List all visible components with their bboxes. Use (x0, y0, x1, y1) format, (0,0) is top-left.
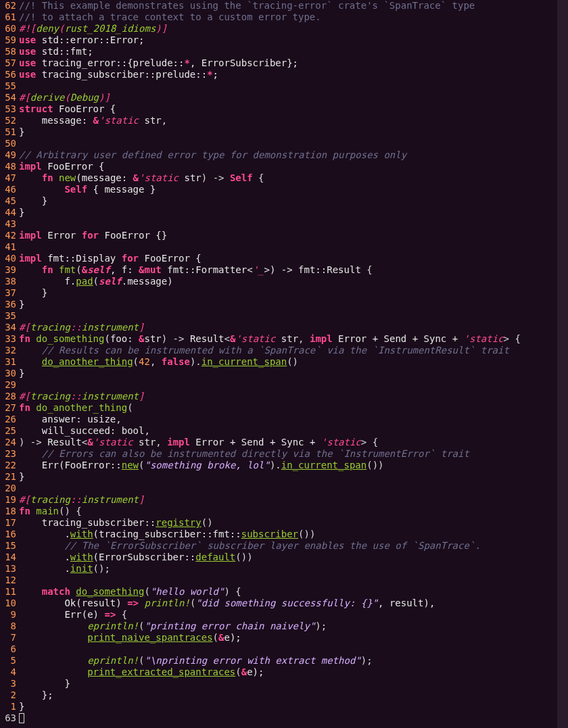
code-line: print_naive_spantraces(&e); (19, 632, 557, 644)
line-number: 8 (0, 621, 16, 632)
code-line (19, 483, 557, 494)
code-line: // Results can be instrumented with a `S… (19, 345, 557, 356)
code-line (19, 575, 557, 586)
line-number: 54 (0, 92, 16, 103)
line-number: 43 (0, 218, 16, 230)
code-line: // Arbitrary user defined error type for… (19, 149, 557, 161)
line-number: 44 (0, 207, 16, 218)
code-line: impl FooError { (19, 161, 557, 172)
line-number: 37 (0, 287, 16, 299)
line-number: 22 (0, 460, 16, 471)
code-line: fn main() { (19, 506, 557, 517)
code-line: .with(tracing_subscriber::fmt::subscribe… (19, 529, 557, 540)
line-number: 51 (0, 126, 16, 138)
code-line: Self { message } (19, 184, 557, 195)
code-line: fn fmt(&self, f: &mut fmt::Formatter<'_>… (19, 264, 557, 276)
code-line: do_another_thing(42, false).in_current_s… (19, 356, 557, 368)
code-line (19, 644, 557, 655)
line-number: 25 (0, 425, 16, 437)
line-number: 46 (0, 184, 16, 195)
line-number: 17 (0, 517, 16, 529)
code-line: #[tracing::instrument] (19, 322, 557, 333)
line-number: 9 (0, 609, 16, 621)
code-line (19, 138, 557, 149)
line-number: 18 (0, 506, 16, 517)
code-line: message: &'static str, (19, 115, 557, 126)
line-number: 14 (0, 552, 16, 563)
line-number: 30 (0, 368, 16, 379)
code-line (19, 80, 557, 92)
line-number: 60 (0, 23, 16, 34)
line-number: 26 (0, 414, 16, 425)
code-line: #[tracing::instrument] (19, 391, 557, 402)
code-line: } (19, 678, 557, 689)
line-number: 62 (0, 0, 16, 11)
scrollbar[interactable] (557, 0, 568, 728)
current-line-number: 63 (0, 712, 16, 724)
line-number: 53 (0, 103, 16, 115)
code-line: } (19, 701, 557, 712)
line-number: 1 (0, 701, 16, 712)
line-number: 16 (0, 529, 16, 540)
line-number: 55 (0, 80, 16, 92)
line-number: 36 (0, 299, 16, 310)
code-line: } (19, 471, 557, 483)
line-number: 49 (0, 149, 16, 161)
line-number: 20 (0, 483, 16, 494)
line-number: 19 (0, 494, 16, 506)
line-number: 40 (0, 253, 16, 264)
line-number: 5 (0, 655, 16, 666)
line-number: 29 (0, 379, 16, 391)
line-number: 32 (0, 345, 16, 356)
line-number: 56 (0, 69, 16, 80)
line-number: 7 (0, 632, 16, 644)
code-line: } (19, 368, 557, 379)
line-number: 10 (0, 598, 16, 609)
code-line: fn do_something(foo: &str) -> Result<&'s… (19, 333, 557, 345)
line-number: 38 (0, 276, 16, 287)
code-line: fn do_another_thing( (19, 402, 557, 414)
code-line: use std::fmt; (19, 46, 557, 57)
code-line: }; (19, 689, 557, 701)
cursor (19, 713, 24, 723)
code-line: eprintln!("printing error chain naively"… (19, 621, 557, 632)
code-line: // The `ErrorSubscriber` subscriber laye… (19, 540, 557, 552)
line-number: 45 (0, 195, 16, 207)
line-number: 50 (0, 138, 16, 149)
code-line: } (19, 299, 557, 310)
line-number: 27 (0, 402, 16, 414)
line-number: 34 (0, 322, 16, 333)
line-number: 48 (0, 161, 16, 172)
code-line: answer: usize, (19, 414, 557, 425)
code-line: //! to attach a trace context to a custo… (19, 11, 557, 23)
code-line: match do_something("hello world") { (19, 586, 557, 598)
line-number: 13 (0, 563, 16, 575)
code-line: Ok(result) => println!("did something su… (19, 598, 557, 609)
code-line: #![deny(rust_2018_idioms)] (19, 23, 557, 34)
code-line: tracing_subscriber::registry() (19, 517, 557, 529)
code-line: use tracing_subscriber::prelude::*; (19, 69, 557, 80)
code-line: impl Error for FooError {} (19, 230, 557, 241)
line-number: 42 (0, 230, 16, 241)
code-line: // Errors can also be instrumented direc… (19, 448, 557, 460)
line-number: 33 (0, 333, 16, 345)
line-number: 59 (0, 34, 16, 46)
line-number: 3 (0, 678, 16, 689)
code-line: f.pad(self.message) (19, 276, 557, 287)
code-line: .with(ErrorSubscriber::default()) (19, 552, 557, 563)
code-line: use std::error::Error; (19, 34, 557, 46)
line-number: 24 (0, 437, 16, 448)
code-line (19, 310, 557, 322)
line-number: 47 (0, 172, 16, 184)
cursor-line (19, 712, 557, 724)
code-line: struct FooError { (19, 103, 557, 115)
code-area[interactable]: //! This example demonstrates using the … (19, 0, 557, 728)
line-number: 39 (0, 264, 16, 276)
line-number: 41 (0, 241, 16, 253)
code-line: fn new(message: &'static str) -> Self { (19, 172, 557, 184)
code-line (19, 218, 557, 230)
code-line: #[derive(Debug)] (19, 92, 557, 103)
code-line: will_succeed: bool, (19, 425, 557, 437)
code-line: #[tracing::instrument] (19, 494, 557, 506)
code-line: } (19, 126, 557, 138)
